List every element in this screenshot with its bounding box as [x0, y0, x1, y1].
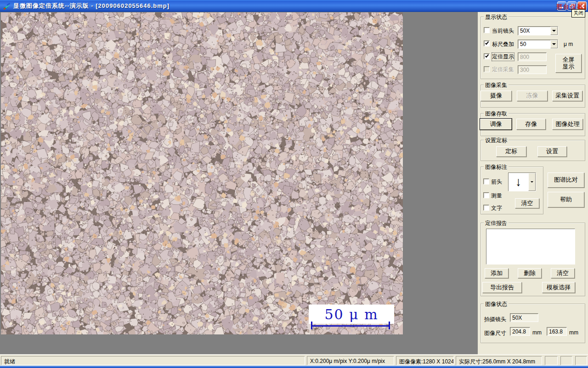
image-width-field: 204.8	[510, 327, 530, 336]
status-actual-size: 实际尺寸:256.0mm X 204.8mm	[456, 356, 542, 365]
chevron-down-icon[interactable]	[550, 40, 558, 48]
shoot-lens-label: 拍摄镜头	[484, 316, 506, 323]
current-lens-select[interactable]: 50X	[518, 26, 558, 35]
chevron-down-icon[interactable]	[528, 173, 536, 191]
fixed-mag-display-field: 800	[518, 52, 547, 61]
taskbar-edge	[0, 366, 588, 368]
current-lens-label: 当前镜头	[492, 27, 514, 35]
control-panel: 显示状态 当前镜头 50X 标尺叠加 50 μ m 定倍显示 800 定倍采集 …	[478, 12, 588, 354]
scale-bar-overlay: 50 μ m	[309, 305, 394, 324]
calibration-group-title: 设置定标	[484, 137, 509, 144]
capture-button[interactable]: 摄像	[481, 91, 512, 101]
fixed-mag-capture-label: 定倍采集	[492, 66, 514, 74]
app-icon	[3, 2, 11, 10]
close-tooltip: 关闭	[571, 9, 585, 17]
chevron-down-icon[interactable]	[550, 27, 558, 35]
image-status-group-title: 图像状态	[484, 300, 509, 308]
report-group-title: 定倍报告	[484, 219, 509, 227]
measure-label: 测量	[491, 192, 502, 200]
settings-button[interactable]: 设置	[537, 146, 567, 157]
fullscreen-button[interactable]: 全屏显示	[555, 54, 582, 73]
down-arrow-icon: ↓	[509, 173, 528, 191]
image-height-unit: mm	[569, 329, 578, 336]
report-add-button[interactable]: 添加	[485, 268, 509, 278]
minimize-button[interactable]	[557, 1, 566, 11]
display-status-group-title: 显示状态	[484, 13, 509, 21]
calibrate-button[interactable]: 定标	[496, 146, 526, 157]
shoot-lens-field: 50X	[510, 313, 538, 322]
scale-bar-tick-right	[389, 322, 390, 329]
fixed-mag-display-checkbox[interactable]	[484, 53, 490, 59]
report-clear-button[interactable]: 清空	[551, 268, 575, 278]
image-width-unit: mm	[532, 329, 542, 336]
image-processing-button[interactable]: 图像处理	[552, 119, 583, 130]
ruler-overlay-label: 标尺叠加	[492, 40, 514, 48]
arrow-label: 箭头	[491, 178, 502, 186]
image-size-label: 图像尺寸	[484, 329, 506, 337]
status-bar: 就绪 X:0.200μ m/pix Y:0.200μ m/pix 图像像素:12…	[0, 354, 588, 366]
status-panel-empty-2	[560, 356, 572, 365]
save-image-button[interactable]: 存像	[516, 119, 546, 130]
ruler-overlay-checkbox[interactable]	[484, 40, 490, 46]
status-panel-empty-3	[575, 356, 587, 365]
status-pixel-scale: X:0.200μ m/pix Y:0.200μ m/pix	[307, 356, 394, 365]
annotation-group-title: 图像标注	[484, 163, 509, 171]
arrow-checkbox[interactable]	[483, 178, 489, 184]
template-select-button[interactable]: 模板选择	[542, 282, 575, 293]
title-bar: 显微图像定倍系统--演示版 - [20090602055646.bmp]	[0, 0, 588, 12]
text-checkbox[interactable]	[483, 205, 489, 211]
status-image-pixels: 图像像素:1280 X 1024	[396, 356, 454, 365]
text-label: 文字	[491, 204, 502, 212]
load-image-button[interactable]: 调像	[480, 119, 512, 130]
fixed-mag-capture-checkbox	[484, 66, 490, 72]
scale-bar-tick-left	[311, 322, 312, 329]
fixed-mag-display-label: 定倍显示	[492, 53, 514, 61]
freeze-button: 冻像	[517, 91, 548, 101]
image-storage-group-title: 图像存取	[484, 110, 509, 118]
report-listbox[interactable]	[486, 229, 575, 264]
status-ready: 就绪	[1, 356, 305, 365]
scale-bar-line	[311, 325, 390, 327]
export-report-button[interactable]: 导出报告	[482, 282, 522, 293]
ruler-value-select[interactable]: 50	[518, 40, 558, 49]
report-delete-button[interactable]: 删除	[518, 268, 542, 278]
arrow-style-select[interactable]: ↓	[508, 172, 536, 191]
image-status-group: 图像状态	[481, 304, 585, 343]
scale-bar-label: 50 μ m	[324, 306, 378, 322]
window-title: 显微图像定倍系统--演示版 - [20090602055646.bmp]	[13, 2, 170, 10]
annotation-clear-button[interactable]: 清空	[515, 198, 539, 208]
atlas-compare-button[interactable]: 图谱比对	[548, 172, 584, 188]
capture-settings-button[interactable]: 采集设置	[552, 91, 582, 101]
image-height-field: 163.8	[547, 327, 567, 336]
image-capture-group-title: 图像采集	[484, 81, 509, 89]
help-button[interactable]: 帮助	[548, 192, 584, 207]
ruler-unit-label: μ m	[564, 41, 573, 47]
measure-checkbox[interactable]	[483, 192, 489, 198]
fixed-mag-capture-field: 300	[518, 65, 547, 74]
micrograph-image	[1, 12, 403, 334]
status-panel-empty-1	[545, 356, 558, 365]
current-lens-checkbox[interactable]	[484, 27, 490, 33]
minimize-icon	[560, 7, 563, 8]
